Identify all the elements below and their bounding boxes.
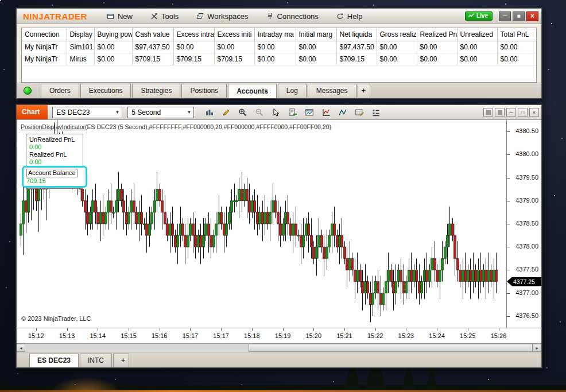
accounts-grid[interactable]: ConnectionDisplayBuying powCash valueExc… bbox=[21, 28, 537, 83]
tab-orders[interactable]: Orders bbox=[41, 84, 79, 98]
pane-button[interactable] bbox=[483, 108, 493, 117]
tab-executions[interactable]: Executions bbox=[80, 84, 131, 98]
account-cell-initial-marg: $0.00 bbox=[296, 53, 336, 65]
column-header-excess-intra[interactable]: Excess intra bbox=[173, 28, 214, 41]
chart-titlebar[interactable]: Chart ES DEC23 ▼ 5 Second ▼ bbox=[17, 105, 541, 120]
position-display-indicator-panel: UnRealized PnL 0.00 Realized PnL 0.00 Ac… bbox=[26, 134, 83, 189]
account-cell-display: Sim101 bbox=[67, 41, 94, 53]
properties-list-icon[interactable] bbox=[369, 106, 383, 118]
maximize-button[interactable]: ■ bbox=[513, 11, 525, 21]
cursor-icon[interactable] bbox=[269, 106, 283, 118]
chart-tab-intc[interactable]: INTC bbox=[80, 354, 112, 367]
tab-accounts[interactable]: Accounts bbox=[228, 84, 277, 98]
tab-strategies[interactable]: Strategies bbox=[132, 84, 180, 98]
zigzag-line-icon[interactable] bbox=[336, 106, 350, 118]
indicator-header-text: PositionDisplayIndicator(ES DEC23 (5 Sec… bbox=[21, 123, 331, 130]
column-header-gross-realiz[interactable]: Gross realiz bbox=[377, 28, 417, 41]
scroll-left-arrow[interactable]: ◄ bbox=[17, 344, 25, 352]
x-axis-label: 15:25 bbox=[456, 332, 479, 339]
x-axis-label: 15:13 bbox=[56, 332, 79, 339]
close-button[interactable]: × bbox=[526, 11, 538, 21]
unrealized-pnl-value: 0.00 bbox=[29, 143, 80, 151]
chart-window: Chart ES DEC23 ▼ 5 Second ▼ bbox=[16, 104, 542, 368]
tab-messages[interactable]: Messages bbox=[308, 84, 356, 98]
starry-sky bbox=[0, 0, 1, 1]
drawing-pencil-icon[interactable] bbox=[219, 106, 233, 118]
menu-item-new[interactable]: New bbox=[106, 11, 134, 22]
y-axis-tick bbox=[507, 201, 510, 201]
x-axis-label: 15:19 bbox=[272, 332, 294, 339]
chart-tab-es-dec23[interactable]: ES DEC23 bbox=[29, 354, 79, 367]
account-cell-unrealized: $0.00 bbox=[457, 41, 497, 53]
chart-minimize-button[interactable]: ─ bbox=[506, 108, 516, 117]
menu-item-connections[interactable]: Connections bbox=[265, 11, 320, 22]
zoom-out-icon[interactable] bbox=[253, 106, 266, 118]
scroll-track[interactable] bbox=[25, 344, 533, 352]
column-header-excess-initi[interactable]: Excess initi bbox=[214, 28, 254, 41]
y-axis-tick bbox=[507, 270, 510, 270]
account-cell-realized-pn: $0.00 bbox=[417, 53, 457, 65]
menu-item-workspaces[interactable]: Workspaces bbox=[195, 11, 249, 22]
column-header-intraday-ma[interactable]: Intraday ma bbox=[254, 28, 296, 41]
export-page-icon[interactable] bbox=[286, 106, 300, 118]
data-grid-edit-icon[interactable] bbox=[352, 106, 366, 118]
column-header-total-pnl[interactable]: Total PnL bbox=[497, 28, 537, 41]
column-header-cash-value[interactable]: Cash value bbox=[132, 28, 173, 41]
control-center-titlebar[interactable]: NINJATRADER New Tools Workspaces bbox=[17, 9, 541, 24]
column-header-realized-pn[interactable]: Realized Pn bbox=[417, 28, 457, 41]
column-header-net-liquida[interactable]: Net liquida bbox=[336, 28, 377, 41]
x-axis-label: 15:14 bbox=[86, 332, 109, 339]
scroll-thumb[interactable] bbox=[249, 344, 533, 352]
column-header-buying-pow[interactable]: Buying pow bbox=[94, 28, 132, 41]
account-row[interactable]: My NinjaTrMirus$0.00$709.15$709.15$709.1… bbox=[22, 53, 537, 65]
chart-style-icon[interactable] bbox=[203, 106, 216, 118]
last-price-tag: 4377.25 bbox=[507, 277, 541, 286]
column-header-connection[interactable]: Connection bbox=[22, 28, 67, 41]
time-axis[interactable]: 15:1215:1315:1415:1515:1615:1715:1715:18… bbox=[17, 328, 541, 343]
menu-item-help[interactable]: Help bbox=[335, 11, 364, 22]
add-tab-button[interactable]: + bbox=[358, 84, 370, 98]
column-header-display[interactable]: Display bbox=[67, 28, 94, 41]
instrument-dropdown[interactable]: ES DEC23 ▼ bbox=[52, 107, 122, 118]
menu-item-tools[interactable]: Tools bbox=[149, 11, 180, 22]
account-cell-excess-intra: $709.15 bbox=[173, 53, 214, 65]
tree-silhouette bbox=[426, 368, 437, 390]
x-axis-tick bbox=[499, 328, 499, 331]
menu-label: Tools bbox=[161, 12, 179, 21]
column-header-initial-marg[interactable]: Initial marg bbox=[296, 28, 336, 41]
tab-log[interactable]: Log bbox=[278, 84, 307, 98]
chart-horizontal-scrollbar[interactable]: ◄ ► bbox=[17, 343, 541, 352]
chart-add-tab-button[interactable]: + bbox=[113, 354, 129, 367]
x-axis-label: 15:22 bbox=[364, 332, 387, 339]
x-axis-tick bbox=[344, 328, 345, 331]
account-cell-buying-pow: $0.00 bbox=[94, 41, 132, 53]
indicators-icon[interactable] bbox=[319, 106, 333, 118]
y-axis-label: 4380.00 bbox=[515, 150, 538, 157]
x-axis-tick bbox=[160, 328, 160, 331]
chart-tab-bar: ES DEC23 INTC + bbox=[17, 352, 541, 367]
account-cell-intraday-ma: $0.00 bbox=[254, 53, 296, 65]
connections-icon bbox=[266, 13, 274, 20]
tab-positions[interactable]: Positions bbox=[181, 84, 227, 98]
minimize-button[interactable]: ─ bbox=[499, 11, 511, 21]
price-axis[interactable]: 4377.25 4380.504380.004379.504379.004378… bbox=[506, 120, 541, 328]
account-balance-highlight: Account Balance 709.15 bbox=[24, 168, 86, 186]
account-cell-excess-initi: $0.00 bbox=[214, 41, 254, 53]
chart-window-buttons: ─ □ × bbox=[482, 108, 539, 117]
interval-dropdown[interactable]: 5 Second ▼ bbox=[127, 107, 194, 118]
pane-button[interactable] bbox=[495, 108, 505, 117]
chart-maximize-button[interactable]: □ bbox=[518, 108, 528, 117]
live-chart-icon bbox=[468, 13, 474, 19]
chart-panel-icon[interactable] bbox=[303, 106, 316, 118]
control-center-tab-bar: Orders Executions Strategies Positions A… bbox=[17, 83, 541, 98]
copyright-text: © 2023 NinjaTrader, LLC bbox=[21, 315, 91, 322]
account-balance-label: Account Balance bbox=[26, 169, 77, 177]
zoom-in-icon[interactable] bbox=[236, 106, 250, 118]
account-row[interactable]: My NinjaTrSim101$0.00$97,437.50$0.00$0.0… bbox=[22, 41, 537, 53]
chevron-down-icon: ▼ bbox=[115, 110, 119, 115]
column-header-unrealized[interactable]: Unrealized bbox=[457, 28, 497, 41]
scroll-right-arrow[interactable]: ► bbox=[533, 344, 541, 352]
chart-plot-area[interactable]: PositionDisplayIndicator(ES DEC23 (5 Sec… bbox=[17, 120, 506, 328]
chart-close-button[interactable]: × bbox=[529, 108, 539, 117]
account-cell-gross-realiz: $0.00 bbox=[377, 53, 417, 65]
